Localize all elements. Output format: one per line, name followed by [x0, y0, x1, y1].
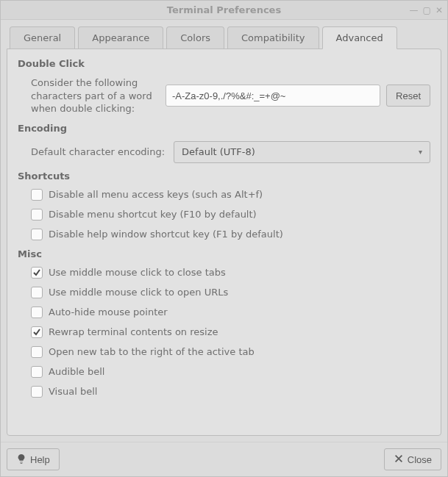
tab-appearance[interactable]: Appearance	[78, 26, 163, 49]
help-button-label: Help	[30, 454, 50, 465]
misc-label-4: Open new tab to the right of the active …	[49, 346, 255, 357]
section-encoding: Default character encoding: Default (UTF…	[18, 141, 430, 163]
misc-label-6: Visual bell	[49, 386, 97, 397]
misc-checkbox-0[interactable]	[31, 267, 43, 279]
shortcuts-label-0: Disable all menu access keys (such as Al…	[49, 189, 263, 200]
section-title-misc: Misc	[18, 248, 430, 259]
reset-button-label: Reset	[396, 90, 421, 101]
misc-checkbox-5[interactable]	[31, 366, 43, 378]
close-button[interactable]: Close	[384, 448, 441, 470]
misc-option-4: Open new tab to the right of the active …	[31, 346, 430, 358]
misc-option-0: Use middle mouse click to close tabs	[31, 267, 430, 279]
misc-label-2: Auto-hide mouse pointer	[49, 306, 168, 318]
tab-bar: General Appearance Colors Compatibility …	[7, 26, 441, 49]
content-area: General Appearance Colors Compatibility …	[1, 20, 447, 442]
tab-colors[interactable]: Colors	[166, 26, 224, 49]
encoding-select[interactable]: Default (UTF-8) ▾	[174, 141, 430, 163]
misc-checkbox-2[interactable]	[31, 306, 43, 318]
encoding-selected: Default (UTF-8)	[182, 146, 255, 157]
misc-option-1: Use middle mouse click to open URLs	[31, 287, 430, 298]
misc-checkbox-4[interactable]	[31, 346, 43, 358]
lightbulb-icon	[16, 453, 26, 466]
misc-checkbox-1[interactable]	[31, 287, 43, 298]
close-button-label: Close	[408, 454, 432, 465]
misc-option-2: Auto-hide mouse pointer	[31, 306, 430, 318]
misc-checkbox-3[interactable]	[31, 326, 43, 338]
misc-label-1: Use middle mouse click to open URLs	[49, 287, 228, 298]
misc-checkbox-6[interactable]	[31, 386, 43, 398]
misc-label-5: Audible bell	[49, 366, 104, 377]
help-button[interactable]: Help	[7, 448, 60, 470]
double-click-label: Consider the following characters part o…	[31, 76, 160, 115]
section-double-click: Consider the following characters part o…	[18, 76, 430, 115]
shortcuts-option-2: Disable help window shortcut key (F1 by …	[31, 229, 430, 240]
misc-option-3: Rewrap terminal contents on resize	[31, 326, 430, 338]
misc-label-3: Rewrap terminal contents on resize	[49, 326, 218, 337]
misc-label-0: Use middle mouse click to close tabs	[49, 267, 226, 278]
reset-button[interactable]: Reset	[386, 85, 430, 107]
button-bar: Help Close	[1, 442, 447, 476]
section-title-double-click: Double Click	[18, 58, 430, 69]
tab-compatibility[interactable]: Compatibility	[227, 26, 319, 49]
close-icon	[394, 453, 404, 466]
maximize-icon[interactable]: ▢	[423, 5, 431, 15]
tab-panel-advanced: Double Click Consider the following char…	[7, 49, 441, 436]
shortcuts-checkbox-1[interactable]	[31, 209, 43, 220]
tab-advanced[interactable]: Advanced	[322, 26, 397, 49]
misc-option-5: Audible bell	[31, 366, 430, 378]
shortcuts-label-2: Disable help window shortcut key (F1 by …	[49, 229, 283, 240]
misc-option-6: Visual bell	[31, 386, 430, 398]
window-title: Terminal Preferences	[5, 4, 443, 15]
window-controls: — ▢ ✕	[410, 1, 443, 19]
preferences-window: Terminal Preferences — ▢ ✕ General Appea…	[0, 0, 448, 477]
section-shortcuts: Disable all menu access keys (such as Al…	[18, 189, 430, 240]
shortcuts-option-0: Disable all menu access keys (such as Al…	[31, 189, 430, 201]
word-chars-input[interactable]	[166, 85, 380, 107]
section-misc: Use middle mouse click to close tabsUse …	[18, 267, 430, 398]
shortcuts-label-1: Disable menu shortcut key (F10 by defaul…	[49, 209, 257, 220]
minimize-icon[interactable]: —	[410, 5, 419, 15]
titlebar: Terminal Preferences — ▢ ✕	[1, 1, 447, 20]
tab-general[interactable]: General	[10, 26, 75, 49]
shortcuts-option-1: Disable menu shortcut key (F10 by defaul…	[31, 209, 430, 220]
chevron-down-icon: ▾	[419, 148, 422, 156]
section-title-shortcuts: Shortcuts	[18, 171, 430, 182]
close-window-icon[interactable]: ✕	[435, 5, 443, 15]
shortcuts-checkbox-0[interactable]	[31, 189, 43, 201]
section-title-encoding: Encoding	[18, 123, 430, 134]
shortcuts-checkbox-2[interactable]	[31, 229, 43, 240]
encoding-label: Default character encoding:	[31, 146, 165, 157]
